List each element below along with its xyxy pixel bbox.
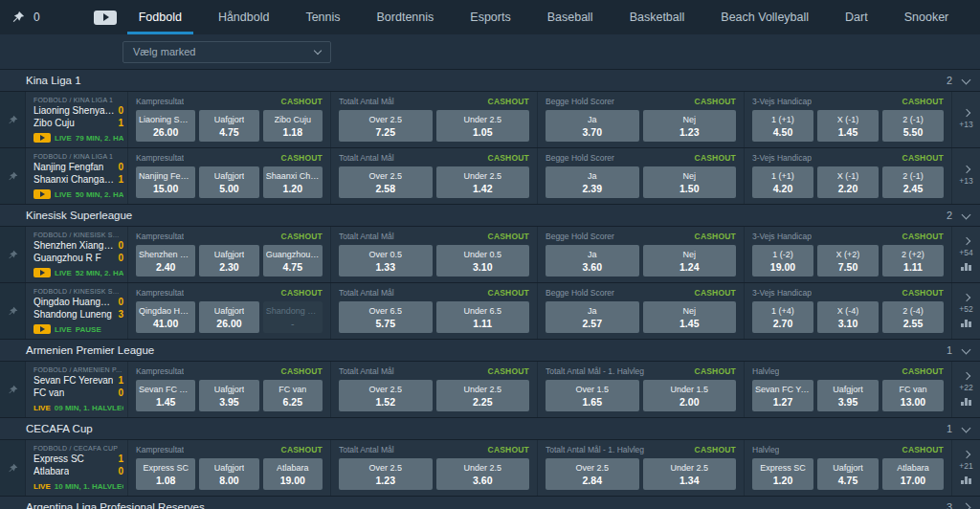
odds-button[interactable]: Atlabara17.00 bbox=[882, 458, 944, 490]
stats-icon[interactable] bbox=[961, 396, 971, 406]
odds-button[interactable]: Ja3.60 bbox=[546, 245, 639, 277]
odds-button[interactable]: Under 2.51.42 bbox=[436, 166, 530, 198]
odds-button[interactable]: 2 (-1)5.50 bbox=[882, 110, 944, 142]
odds-button[interactable]: Over 2.51.52 bbox=[339, 380, 433, 411]
odds-button[interactable]: Under 2.52.25 bbox=[436, 380, 530, 411]
odds-button[interactable]: X (+2)7.50 bbox=[817, 245, 879, 277]
pin-match-button[interactable] bbox=[0, 362, 26, 417]
odds-button[interactable]: FC van6.25 bbox=[263, 380, 323, 411]
pin-match-button[interactable] bbox=[0, 92, 26, 147]
odds-button[interactable]: Over 1.51.65 bbox=[546, 380, 639, 411]
odds-button[interactable]: Under 2.53.60 bbox=[436, 458, 530, 490]
odds-button[interactable]: Nej1.45 bbox=[643, 301, 737, 333]
odds-button[interactable]: 2 (-1)2.45 bbox=[882, 166, 944, 198]
section-header-kina-liga-1[interactable]: Kina Liga 12 bbox=[0, 70, 980, 91]
odds-button[interactable]: 2 (+2)1.11 bbox=[882, 245, 944, 277]
odds-button[interactable]: Ja2.39 bbox=[546, 166, 639, 198]
odds-button[interactable]: Over 0.51.33 bbox=[339, 245, 433, 277]
outcome-odds: 2.57 bbox=[583, 318, 602, 329]
stats-icon[interactable] bbox=[961, 261, 971, 271]
pin-match-button[interactable] bbox=[0, 283, 26, 339]
odds-button[interactable]: Uafgjort3.95 bbox=[817, 380, 879, 411]
tab-beach-volleyball[interactable]: Beach Volleyball bbox=[702, 0, 827, 34]
more-markets[interactable]: +22 bbox=[951, 362, 980, 417]
odds-button[interactable]: Zibo Cuju1.18 bbox=[263, 110, 323, 142]
odds-button[interactable]: 2 (-4)2.55 bbox=[882, 301, 944, 333]
market-header: Begge Hold ScorerCASHOUT bbox=[546, 288, 736, 298]
odds-button[interactable]: 1 (+1)4.50 bbox=[752, 110, 813, 142]
odds-button[interactable]: 1 (-2)19.00 bbox=[752, 245, 813, 277]
odds-button[interactable]: Sevan FC Yere..1.45 bbox=[136, 380, 195, 411]
odds-button[interactable]: Uafgjort3.95 bbox=[199, 380, 258, 411]
more-markets[interactable]: +13 bbox=[951, 92, 980, 147]
more-markets[interactable]: +13 bbox=[951, 148, 980, 204]
odds-button[interactable]: 1 (+1)4.20 bbox=[752, 166, 813, 198]
odds-button[interactable]: Over 6.55.75 bbox=[339, 301, 433, 333]
odds-button[interactable]: Under 2.51.34 bbox=[643, 458, 737, 490]
stats-icon[interactable] bbox=[961, 475, 971, 484]
odds-button[interactable]: Ja2.57 bbox=[546, 301, 639, 333]
section-header-kinesisk-superleague[interactable]: Kinesisk Superleague2 bbox=[0, 205, 980, 226]
odds-button[interactable]: X (-4)3.10 bbox=[817, 301, 879, 333]
tab-baseball[interactable]: Baseball bbox=[529, 0, 612, 34]
odds-button[interactable]: Sevan FC Yerev...1.27 bbox=[752, 380, 813, 411]
tab-snooker[interactable]: Snooker bbox=[886, 0, 968, 34]
live-label: LIVE bbox=[55, 325, 72, 334]
stats-icon[interactable] bbox=[961, 318, 971, 327]
market-kampresultat: KampresultatCASHOUTLiaoning Sheny...26.0… bbox=[127, 92, 330, 147]
odds-button[interactable]: Over 2.51.23 bbox=[339, 458, 433, 490]
tab-esports[interactable]: Esports bbox=[452, 0, 528, 34]
odds-button[interactable]: Nej1.50 bbox=[643, 166, 737, 198]
outcome-label: Under 2.5 bbox=[463, 385, 501, 394]
odds-button[interactable]: Express SC1.20 bbox=[752, 458, 813, 490]
odds-button[interactable]: 1 (+4)2.70 bbox=[752, 301, 813, 333]
tab-bordtennis[interactable]: Bordtennis bbox=[359, 0, 453, 34]
odds-button[interactable]: X (-1)1.45 bbox=[817, 110, 879, 142]
market-title: Totalt Antal Mål bbox=[339, 232, 394, 241]
odds-button[interactable]: Ja3.70 bbox=[546, 110, 639, 142]
odds-button[interactable]: Guangzhou R F4.75 bbox=[263, 245, 323, 277]
odds-button[interactable]: Over 2.57.25 bbox=[339, 110, 433, 142]
tab-dart[interactable]: Dart bbox=[827, 0, 886, 34]
market-select[interactable]: Vælg marked bbox=[122, 41, 331, 63]
odds-button[interactable]: FC van13.00 bbox=[882, 380, 944, 411]
odds-button[interactable]: Nanjing Fengfan15.00 bbox=[136, 166, 195, 198]
odds-button[interactable]: Uafgjort4.75 bbox=[817, 458, 879, 490]
tab-h-ndbold[interactable]: Håndbold bbox=[200, 0, 288, 34]
odds-button[interactable]: Nej1.24 bbox=[643, 245, 737, 277]
odds-button[interactable]: Liaoning Sheny...26.00 bbox=[136, 110, 195, 142]
odds-button[interactable]: Uafgjort8.00 bbox=[199, 458, 258, 490]
section-header-cecafa-cup[interactable]: CECAFA Cup1 bbox=[0, 418, 980, 439]
odds-button[interactable]: Uafgjort2.30 bbox=[199, 245, 258, 277]
odds-button[interactable]: Under 2.51.05 bbox=[436, 110, 530, 142]
odds-button[interactable]: Nej1.23 bbox=[643, 110, 737, 142]
odds-button[interactable]: Qingdao Huan..41.00 bbox=[136, 301, 195, 333]
section-header-armenien-premier-league[interactable]: Armenien Premier League1 bbox=[0, 340, 980, 361]
odds-button[interactable]: Uafgjort5.00 bbox=[199, 166, 258, 198]
pin-match-button[interactable] bbox=[0, 227, 26, 282]
live-stream-icon[interactable] bbox=[94, 11, 117, 25]
odds-button[interactable]: Uafgjort26.00 bbox=[199, 301, 258, 333]
odds-button[interactable]: X (-1)2.20 bbox=[817, 166, 879, 198]
pinned-matches[interactable]: 0 bbox=[11, 11, 40, 24]
more-markets[interactable]: +52 bbox=[951, 283, 980, 339]
odds-button[interactable]: Express SC1.08 bbox=[136, 458, 195, 490]
market-totalt-antal-m-l-1-halvleg: Totalt Antal Mål - 1. HalvlegCASHOUTOver… bbox=[537, 440, 744, 496]
odds-button[interactable]: Under 1.52.00 bbox=[643, 380, 737, 411]
odds-button[interactable]: Shenzhen Xian..2.40 bbox=[136, 245, 195, 277]
more-markets[interactable]: +21 bbox=[951, 440, 980, 496]
odds-button[interactable]: Over 2.52.58 bbox=[339, 166, 433, 198]
tab-basketball[interactable]: Basketball bbox=[612, 0, 703, 34]
odds-button[interactable]: Atlabara19.00 bbox=[263, 458, 323, 490]
odds-button[interactable]: Over 2.52.84 bbox=[546, 458, 639, 490]
more-markets[interactable]: +54 bbox=[951, 227, 980, 282]
pin-match-button[interactable] bbox=[0, 440, 26, 496]
odds-button[interactable]: Uafgjort4.75 bbox=[199, 110, 258, 142]
section-header-argentina-liga-profesional-reserves[interactable]: Argentina Liga Profesional Reserves3 bbox=[0, 497, 980, 509]
odds-button[interactable]: Under 0.53.10 bbox=[436, 245, 530, 277]
tab-tennis[interactable]: Tennis bbox=[287, 0, 358, 34]
odds-button[interactable]: Shaanxi Chan..1.20 bbox=[263, 166, 323, 198]
odds-button[interactable]: Under 6.51.11 bbox=[436, 301, 530, 333]
pin-match-button[interactable] bbox=[0, 148, 26, 204]
tab-fodbold[interactable]: Fodbold bbox=[121, 0, 200, 34]
